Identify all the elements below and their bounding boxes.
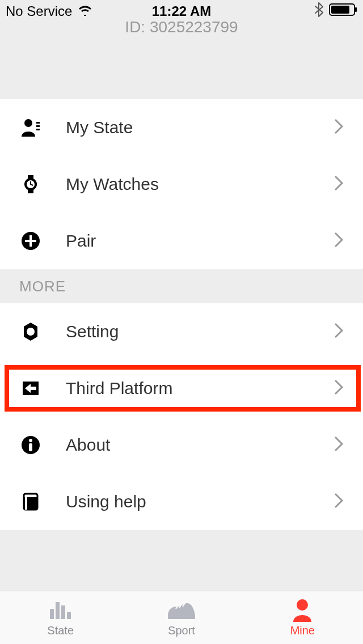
tab-label: Mine: [290, 624, 315, 637]
chevron-right-icon: [334, 435, 344, 455]
person-icon: [19, 116, 42, 139]
svg-rect-20: [29, 443, 32, 451]
row-label: Pair: [66, 231, 96, 251]
tab-state[interactable]: State: [0, 591, 121, 644]
tab-sport[interactable]: Sport: [121, 591, 242, 644]
chevron-right-icon: [334, 322, 344, 341]
status-right: [314, 2, 357, 20]
row-label: My State: [66, 118, 133, 137]
row-my-state[interactable]: My State: [0, 99, 363, 156]
gear-icon: [19, 320, 42, 343]
row-about[interactable]: About: [0, 417, 363, 473]
svg-point-3: [24, 119, 32, 127]
link-platform-icon: [19, 377, 42, 400]
row-setting[interactable]: Setting: [0, 303, 363, 360]
chevron-right-icon: [334, 231, 344, 251]
row-using-help[interactable]: Using help: [0, 473, 363, 530]
row-label: Using help: [66, 492, 146, 511]
svg-rect-5: [36, 125, 40, 127]
svg-rect-26: [56, 602, 60, 619]
row-label: Setting: [66, 322, 119, 341]
row-label: About: [66, 435, 110, 455]
highlight-annotation: [5, 365, 361, 412]
watch-icon: [19, 173, 42, 196]
person-filled-icon: [291, 598, 314, 622]
info-icon: [19, 434, 42, 456]
bluetooth-icon: [314, 2, 323, 20]
chevron-right-icon: [334, 379, 344, 398]
svg-point-32: [297, 599, 308, 611]
svg-rect-27: [61, 605, 65, 619]
section-account: My State My Watches Pair: [0, 99, 363, 269]
tab-bar: State Sport Mine: [0, 591, 363, 644]
bars-icon: [49, 598, 73, 622]
svg-rect-13: [25, 240, 36, 242]
bottom-gap: [0, 530, 363, 590]
chevron-right-icon: [334, 492, 344, 511]
row-third-platform[interactable]: Third Platform: [0, 360, 363, 417]
chevron-right-icon: [334, 175, 344, 194]
svg-rect-25: [50, 609, 54, 619]
battery-icon: [329, 3, 357, 19]
svg-point-19: [29, 439, 32, 442]
svg-rect-24: [25, 496, 27, 510]
user-id-text: ID: 3025223799: [125, 18, 238, 36]
svg-rect-1: [331, 6, 349, 14]
section-header-more: MORE: [0, 269, 363, 303]
row-label: Third Platform: [66, 379, 172, 398]
profile-header: ID: 3025223799: [0, 23, 363, 99]
row-label: My Watches: [66, 175, 159, 194]
plus-circle-icon: [19, 230, 42, 252]
section-more: Setting Third Platform About Using help: [0, 303, 363, 530]
status-left: No Service: [6, 3, 92, 19]
svg-rect-6: [36, 129, 40, 130]
carrier-text: No Service: [6, 3, 72, 19]
shoe-icon: [166, 598, 197, 622]
chevron-right-icon: [334, 118, 344, 137]
svg-rect-2: [355, 7, 357, 12]
row-pair[interactable]: Pair: [0, 213, 363, 269]
tab-label: State: [47, 624, 74, 637]
clock-text: 11:22 AM: [152, 3, 211, 19]
tab-mine[interactable]: Mine: [242, 591, 363, 644]
book-icon: [19, 490, 42, 513]
svg-point-15: [27, 328, 35, 336]
wifi-icon: [78, 3, 92, 19]
row-my-watches[interactable]: My Watches: [0, 156, 363, 213]
svg-rect-28: [67, 612, 71, 619]
tab-label: Sport: [168, 624, 195, 637]
svg-rect-4: [36, 122, 40, 124]
